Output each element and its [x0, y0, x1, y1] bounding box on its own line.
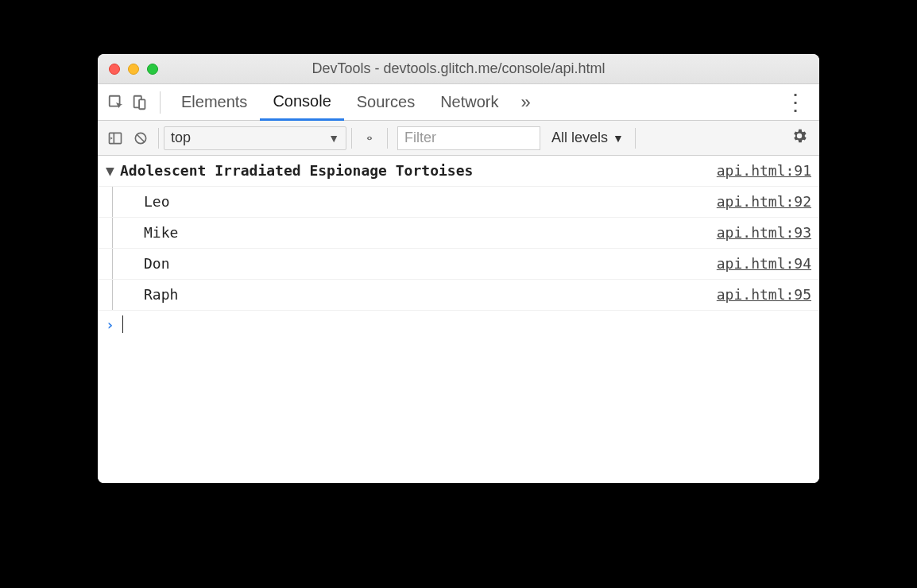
- log-levels-selector[interactable]: All levels ▼: [545, 130, 630, 146]
- traffic-lights: [109, 64, 158, 75]
- live-expression-icon[interactable]: [357, 130, 382, 146]
- source-link[interactable]: api.html:93: [717, 222, 811, 243]
- console-log-row: Raph api.html:95: [98, 280, 819, 311]
- divider: [351, 128, 352, 149]
- divider: [635, 128, 636, 149]
- console-settings-button[interactable]: [791, 127, 808, 149]
- source-link[interactable]: api.html:95: [717, 284, 811, 305]
- group-label: Adolescent Irradiated Espionage Tortoise…: [120, 161, 717, 181]
- tab-label: Console: [273, 92, 331, 110]
- minimize-window-button[interactable]: [128, 64, 139, 75]
- tab-elements[interactable]: Elements: [168, 84, 260, 120]
- console-toolbar: top ▼ All levels ▼: [98, 121, 819, 156]
- console-prompt[interactable]: ›: [98, 311, 819, 338]
- more-tabs-button[interactable]: »: [512, 92, 540, 113]
- tab-console[interactable]: Console: [260, 85, 343, 121]
- console-log-row: Don api.html:94: [98, 249, 819, 280]
- divider: [160, 91, 161, 114]
- window-titlebar: DevTools - devtools.glitch.me/console/ap…: [98, 54, 819, 84]
- console-log-row: Leo api.html:92: [98, 187, 819, 218]
- zoom-window-button[interactable]: [147, 64, 158, 75]
- tab-label: Sources: [357, 93, 415, 111]
- log-message: Don: [117, 253, 717, 274]
- context-label: top: [171, 130, 191, 146]
- console-output: ▼ Adolescent Irradiated Espionage Tortoi…: [98, 156, 819, 483]
- source-link[interactable]: api.html:94: [717, 253, 811, 274]
- inspect-element-icon[interactable]: [104, 94, 128, 111]
- log-message: Leo: [117, 191, 717, 212]
- levels-label: All levels: [551, 130, 608, 146]
- chevron-right-icon: »: [521, 92, 531, 112]
- window-title: DevTools - devtools.glitch.me/console/ap…: [98, 60, 819, 77]
- tab-label: Network: [440, 93, 498, 111]
- panel-tabs: Elements Console Sources Network » ⋮: [98, 84, 819, 121]
- devtools-window: DevTools - devtools.glitch.me/console/ap…: [98, 54, 819, 483]
- tab-network[interactable]: Network: [428, 84, 511, 120]
- filter-input-wrap: [397, 126, 540, 150]
- chevron-down-icon: ▼: [613, 132, 624, 145]
- console-log-row: Mike api.html:93: [98, 218, 819, 249]
- prompt-chevron-icon: ›: [106, 316, 114, 333]
- close-window-button[interactable]: [109, 64, 120, 75]
- console-group-header[interactable]: ▼ Adolescent Irradiated Espionage Tortoi…: [98, 156, 819, 187]
- svg-rect-2: [139, 99, 145, 109]
- device-toolbar-icon[interactable]: [128, 94, 152, 111]
- tab-sources[interactable]: Sources: [344, 84, 428, 120]
- text-cursor: [122, 315, 123, 333]
- tab-label: Elements: [181, 93, 247, 111]
- log-message: Mike: [117, 222, 717, 243]
- toggle-console-sidebar-icon[interactable]: [103, 130, 128, 146]
- disclosure-triangle-icon[interactable]: ▼: [106, 161, 120, 181]
- log-message: Raph: [117, 284, 717, 305]
- filter-input[interactable]: [404, 130, 533, 146]
- source-link[interactable]: api.html:91: [717, 161, 811, 181]
- execution-context-selector[interactable]: top ▼: [164, 126, 346, 150]
- clear-console-icon[interactable]: [128, 130, 153, 146]
- divider: [387, 128, 388, 149]
- more-vert-icon: ⋮: [784, 90, 807, 114]
- chevron-down-icon: ▼: [328, 132, 339, 145]
- source-link[interactable]: api.html:92: [717, 191, 811, 212]
- divider: [158, 128, 159, 149]
